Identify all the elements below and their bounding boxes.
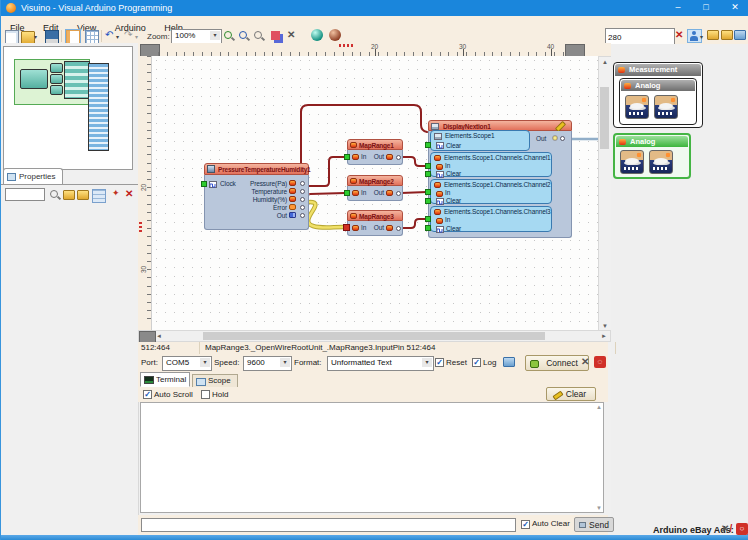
temperature-pin[interactable] <box>300 189 305 194</box>
block-maprange2[interactable]: MapRange2 In Out <box>347 175 403 201</box>
properties-filter-input[interactable] <box>5 188 45 201</box>
expand-all-icon[interactable] <box>77 190 89 200</box>
collapse-categories-icon[interactable] <box>707 30 719 40</box>
format-select[interactable]: Unformatted Text▾ <box>327 356 434 371</box>
scroll-down-icon[interactable]: ▼ <box>596 505 602 511</box>
maprange1-in-pin[interactable] <box>344 154 350 160</box>
log-folder-icon[interactable] <box>503 357 515 367</box>
undo-dropdown-icon[interactable]: ▾ <box>116 31 119 43</box>
scope-clear-pin[interactable] <box>425 142 431 148</box>
vscroll-thumb[interactable] <box>600 87 609 149</box>
arrange-categories-icon[interactable] <box>734 30 746 40</box>
terminal-output[interactable]: ▲ ▼ <box>140 402 604 513</box>
block-displaynextion[interactable]: DisplayNextion1 Out Elements.Scope1 Clea… <box>428 120 572 238</box>
ads-stop-icon[interactable]: ○ <box>736 523 748 535</box>
display-out-pin[interactable] <box>560 136 565 141</box>
block-maprange1[interactable]: MapRange1 In Out <box>347 139 403 165</box>
channel3-in-pin[interactable] <box>425 216 431 222</box>
collapse-all-icon[interactable] <box>63 190 75 200</box>
diagram-minimap[interactable] <box>3 46 133 170</box>
delete-selected-icon[interactable]: ✕ <box>287 29 295 41</box>
measurement-group-header[interactable]: Measurement <box>615 64 701 76</box>
user-level-dropdown-icon[interactable]: ▾ <box>700 31 703 43</box>
block-sensor[interactable]: PressureTemperatureHumidity1 Clock Press… <box>204 163 309 230</box>
element-channel1[interactable]: Elements.Scope1.Channels.Channel1 In Cle… <box>430 152 552 177</box>
maprange2-out-pin[interactable] <box>396 191 401 196</box>
tab-scope[interactable]: Scope <box>192 374 238 387</box>
zoom-in-icon[interactable] <box>223 30 235 42</box>
canvas-vscrollbar[interactable]: ▲ ▼ <box>598 56 612 332</box>
help-sphere-icon[interactable] <box>311 29 323 41</box>
channel1-in-pin[interactable] <box>425 163 431 169</box>
clear-filter-icon[interactable]: ✕ <box>675 29 683 41</box>
title-bar[interactable]: Visuino - Visual Arduino Programming – □… <box>1 0 748 16</box>
sensor-component-tile[interactable] <box>649 150 673 174</box>
send-input[interactable] <box>141 518 516 532</box>
humidity-pin[interactable] <box>300 197 305 202</box>
close-icon[interactable]: ✕ <box>721 0 748 16</box>
tab-properties[interactable]: Properties <box>3 168 63 185</box>
connect-button[interactable]: Connect <box>525 355 589 371</box>
log-checkbox[interactable]: ✓ <box>472 358 481 367</box>
maprange2-in-pin[interactable] <box>344 190 350 196</box>
pin-tool-icon[interactable]: ✦ <box>112 188 120 198</box>
sensor-component-tile[interactable] <box>654 95 678 119</box>
search-icon[interactable] <box>49 189 61 201</box>
scroll-right-icon[interactable]: ► <box>601 333 607 339</box>
hold-checkbox[interactable] <box>201 390 210 399</box>
port-select[interactable]: COM5▾ <box>162 356 212 371</box>
undo-icon[interactable]: ↶ <box>105 29 113 41</box>
ads-settings-icon[interactable]: ✕/ <box>721 523 732 534</box>
channel2-clear-pin[interactable] <box>425 198 431 204</box>
scroll-down-icon[interactable]: ▼ <box>599 323 611 329</box>
maprange3-in-pin-highlighted[interactable] <box>343 224 350 231</box>
web-sphere-icon[interactable] <box>329 29 341 41</box>
pressure-pin[interactable] <box>300 181 305 186</box>
channel3-clear-pin[interactable] <box>425 225 431 231</box>
speed-select[interactable]: 9600▾ <box>243 356 292 371</box>
element-channel3[interactable]: Elements.Scope1.Channels.Channel3 In Cle… <box>430 206 552 232</box>
zoom-out-icon[interactable] <box>253 30 265 42</box>
palette-subgroup-analog[interactable]: Analog <box>619 78 697 125</box>
sensor-component-tile[interactable] <box>625 95 649 119</box>
open-dropdown-icon[interactable]: ▾ <box>34 31 37 43</box>
hscroll-thumb[interactable] <box>203 332 545 340</box>
send-button[interactable]: Send <box>574 517 614 532</box>
sensor-component-tile[interactable] <box>620 150 644 174</box>
element-channel2[interactable]: Elements.Scope1.Channels.Channel2 In Cle… <box>430 179 552 204</box>
canvas-hscrollbar[interactable]: ◄ ► <box>138 330 611 342</box>
channel2-in-pin[interactable] <box>425 189 431 195</box>
redo-dropdown-icon[interactable]: ▾ <box>135 31 138 43</box>
palette-group-measurement[interactable]: Measurement Analog <box>613 62 703 128</box>
element-scope[interactable]: Elements.Scope1 Clear <box>430 130 530 151</box>
zoom-reset-icon[interactable] <box>238 30 250 42</box>
auto-clear-checkbox[interactable]: ✓ <box>521 520 530 529</box>
maximize-icon[interactable]: □ <box>693 0 719 16</box>
tab-terminal[interactable]: Terminal <box>140 372 190 387</box>
disconnect-icon[interactable]: ◌ <box>594 356 606 368</box>
category-view-icon[interactable] <box>92 189 106 203</box>
channel1-clear-pin[interactable] <box>425 171 431 177</box>
out-pin[interactable] <box>300 213 305 218</box>
selected-group-header[interactable]: Analog <box>616 136 688 147</box>
reset-properties-icon[interactable]: ✕ <box>125 188 133 200</box>
minimize-icon[interactable]: – <box>665 0 691 16</box>
auto-scroll-checkbox[interactable]: ✓ <box>143 390 152 399</box>
tools-icon[interactable]: ✕ <box>581 356 589 367</box>
zoom-select[interactable]: 100%▾ <box>171 29 222 44</box>
clear-button[interactable]: Clear <box>546 387 596 401</box>
save-project-icon[interactable] <box>45 30 59 44</box>
scroll-up-icon[interactable]: ▲ <box>599 59 611 65</box>
toggle-grid-icon[interactable] <box>85 30 99 44</box>
redo-icon[interactable]: ↷ <box>124 29 132 41</box>
new-project-icon[interactable] <box>5 30 19 44</box>
scroll-left-icon[interactable]: ◄ <box>156 333 162 339</box>
toggle-properties-panel-icon[interactable] <box>66 30 80 44</box>
reset-checkbox[interactable]: ✓ <box>435 358 444 367</box>
recolor-icon[interactable] <box>271 31 280 40</box>
block-maprange3[interactable]: MapRange3 In Out <box>347 210 403 236</box>
maprange1-out-pin[interactable] <box>396 155 401 160</box>
error-pin[interactable] <box>300 205 305 210</box>
expand-categories-icon[interactable] <box>721 30 733 40</box>
palette-group-analog-selected[interactable]: Analog <box>613 133 691 179</box>
